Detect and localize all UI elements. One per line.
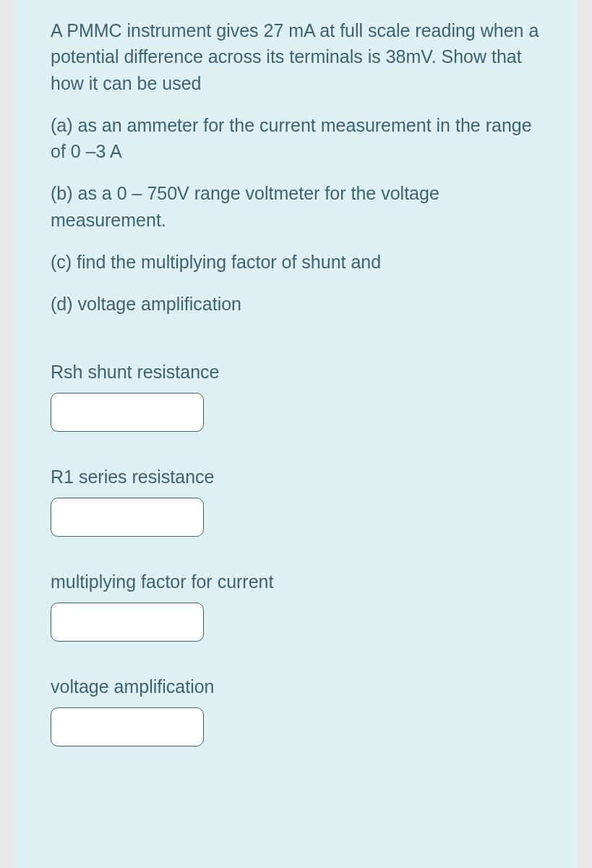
label-multiplying-factor: multiplying factor for current xyxy=(51,571,541,592)
label-rsh: Rsh shunt resistance xyxy=(51,362,541,383)
input-voltage-amplification[interactable] xyxy=(51,707,204,746)
answer-section: Rsh shunt resistance R1 series resistanc… xyxy=(51,362,541,746)
question-intro-text: A PMMC instrument gives 27 mA at full sc… xyxy=(51,17,541,96)
question-card: A PMMC instrument gives 27 mA at full sc… xyxy=(14,0,578,868)
label-r1: R1 series resistance xyxy=(51,467,541,488)
question-part-b: (b) as a 0 – 750V range voltmeter for th… xyxy=(51,180,541,233)
answer-group-multiplying-factor: multiplying factor for current xyxy=(51,571,541,642)
label-voltage-amplification: voltage amplification xyxy=(51,676,541,697)
question-part-c: (c) find the multiplying factor of shunt… xyxy=(51,249,541,275)
answer-group-voltage-amplification: voltage amplification xyxy=(51,676,541,746)
input-multiplying-factor[interactable] xyxy=(51,603,204,642)
question-part-d: (d) voltage amplification xyxy=(51,291,541,317)
input-rsh[interactable] xyxy=(51,393,204,432)
question-part-a: (a) as an ammeter for the current measur… xyxy=(51,112,541,165)
input-r1[interactable] xyxy=(51,498,204,537)
answer-group-rsh: Rsh shunt resistance xyxy=(51,362,541,432)
answer-group-r1: R1 series resistance xyxy=(51,467,541,537)
